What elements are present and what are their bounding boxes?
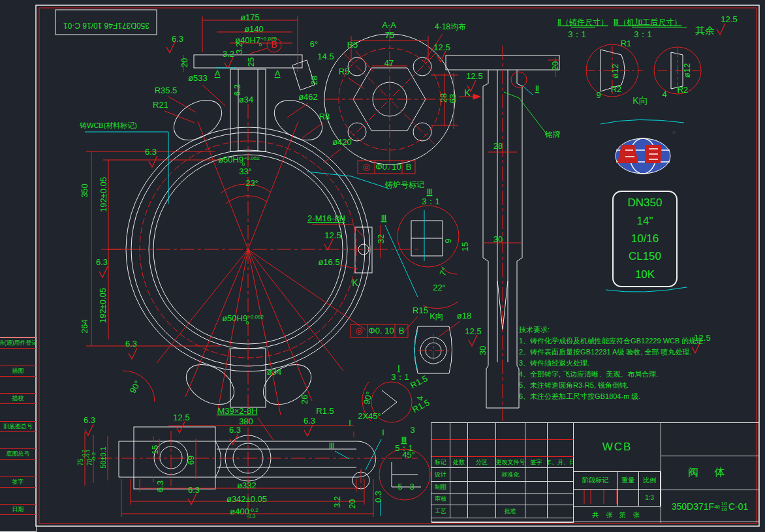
- title-cell-r5c2: [468, 493, 496, 505]
- weight-value: [618, 490, 640, 507]
- technical-requirements-list: 1、铸件化学成份及机械性能应符合GB12229 WCB 的规定.2、铸件表面质量…: [519, 336, 734, 402]
- dim-dia175: ø175: [240, 12, 260, 22]
- fin-6-3-left3: 6.3: [125, 339, 137, 349]
- registry-gap: [0, 349, 36, 366]
- lbl-k-arrow: K: [464, 87, 471, 98]
- tech-requirement-2: 2、铸件表面质量按GB12231 A级 验收, 全部 喷丸处理.: [519, 347, 734, 358]
- dim-r1-5-a: R1.5: [409, 373, 429, 390]
- title-cell-r1c2: [468, 440, 496, 457]
- registry-gap: [0, 377, 36, 394]
- dim-264: 264: [80, 319, 89, 334]
- registry-row-2: 描校: [0, 393, 36, 404]
- lbl-det1-i: I: [349, 418, 351, 428]
- dim-30-k: 30: [478, 346, 488, 355]
- fin-12-5-qiyu: 12.5: [721, 14, 737, 24]
- spec-line-2: 10/16: [614, 232, 676, 245]
- fin-6-3-top: 6.3: [172, 34, 183, 44]
- title-cell-r6c3: 批准: [496, 505, 525, 518]
- dim-r1: R1: [621, 39, 632, 48]
- title-cell-r1c1: [450, 440, 468, 457]
- fin-6-3-left1: 6.3: [145, 147, 157, 157]
- fin-6-3-bv2: 6.3: [229, 425, 241, 435]
- dim-dia34-hub: ø34: [267, 367, 281, 377]
- title-cell-r5c4: [525, 493, 548, 505]
- dim-20-side: 20: [550, 61, 560, 70]
- title-cell-r4c1: [450, 482, 468, 493]
- dim-20-flange: 20: [180, 58, 189, 67]
- lbl-section-aa: A-A: [382, 20, 396, 30]
- dim-dia420: ø420: [332, 137, 352, 147]
- dim-14-5: 14.5: [317, 52, 334, 61]
- fin-6-3-left2: 6.3: [96, 257, 108, 267]
- dim-dia50H9-a: ø50H9+0.0620: [218, 155, 260, 167]
- lbl-det3-mark: Ⅲ: [381, 213, 387, 223]
- tech-requirement-1: 1、铸件化学成份及机械性能应符合GB12229 WCB 的规定.: [519, 336, 734, 347]
- dim-26: 26: [300, 395, 309, 404]
- spec-line-0: DN350: [614, 196, 676, 210]
- title-cell-r3c3: 标准化: [496, 468, 525, 482]
- dim-47: 47: [384, 58, 394, 68]
- fin-12-5-k: 12.5: [465, 326, 481, 336]
- dim-5-det4: 5: [398, 482, 402, 492]
- part-name: 阀 体: [661, 456, 758, 490]
- dim-dia342: ø342±0.05: [226, 494, 267, 504]
- title-cell-r6c4: [525, 505, 548, 518]
- dim-7deg: 7°: [437, 266, 450, 277]
- title-cell-r2c4: 签字: [525, 457, 548, 468]
- title-cell-r5c0: 审核: [431, 493, 450, 505]
- dim-dia50H9-b: ø50H9+0.0620: [222, 313, 264, 326]
- registry-row-1: 描图: [0, 366, 36, 377]
- dim-3-det1: 3: [410, 425, 414, 435]
- lbl-det1-ref: Ⅰ: [382, 428, 384, 437]
- dim-r1-5-c: R1.5: [316, 406, 334, 416]
- title-cell-r2c3: 更改文件号: [496, 457, 525, 468]
- dim-0-3: 0.3: [373, 491, 383, 503]
- company-logo: [616, 138, 670, 174]
- ref-no-mirrored: 350D371F46 10/16 C-01: [63, 21, 149, 30]
- dim-dia400: ø400-0.2-0.3: [230, 507, 258, 519]
- lbl-det3b-scale: 3：1: [422, 196, 439, 206]
- tech-requirement-4: 4、全部铸字, 飞边应清晰、美观、布局合理.: [519, 369, 734, 380]
- title-cell-r1c0: [431, 440, 450, 457]
- note-4-18-holes: 4-18均布: [435, 22, 466, 31]
- border-registry-table: 借(通)用件登记描图描校旧底图总号底图总号签字日期: [0, 337, 37, 532]
- registry-gap: [0, 432, 36, 449]
- cad-drawing-canvas[interactable]: 350D371F46 10/16 C-01ø175ø140ø40H7+0.025…: [0, 0, 765, 532]
- lbl-det2-mark: Ⅱ: [535, 84, 539, 93]
- tech-requirement-5: 5、未注铸造圆角R3-R5, 锐角倒钝.: [519, 380, 734, 391]
- dim-r8: R8: [319, 112, 330, 121]
- dim-23deg: 23°: [245, 178, 258, 188]
- note-qiyu: 其余: [695, 25, 715, 36]
- stage-mark-label: 阶段标记: [574, 472, 618, 489]
- dim-r2-a: R2: [611, 84, 622, 94]
- title-cell-r4c4: [525, 482, 548, 493]
- fin-6-3-bv3: 6.3: [155, 480, 165, 492]
- dim-75: 75: [385, 30, 394, 40]
- title-cell-r6c2: [468, 505, 496, 518]
- title-cell-r0c0: [431, 423, 450, 440]
- spec-line-1: 14": [614, 215, 676, 228]
- title-cell-r0c1: [450, 423, 468, 440]
- title-cell-r3c1: [450, 468, 468, 482]
- title-cell-r5c3: [496, 493, 525, 505]
- dim-350: 350: [80, 183, 89, 198]
- title-block: 标记处数分区更改文件号签字年、月、日设计标准化制图审核工艺批准 WCB 阶段标记…: [431, 422, 759, 522]
- dim-28-aa: 28: [309, 76, 319, 85]
- title-block-right: 阀 体 350D371F46 10 16 C-01: [661, 423, 758, 523]
- title-cell-r1c5: [548, 440, 574, 457]
- lbl-section-a2: A: [275, 69, 281, 78]
- dim-192-upper: 192±0.05: [99, 177, 108, 212]
- dim-dia462: ø462: [298, 92, 318, 102]
- lbl-det3-scale: 3：1: [634, 29, 651, 39]
- lbl-section-a1: A: [215, 69, 221, 78]
- lbl-det2-scale: 3：1: [568, 29, 585, 39]
- title-cell-r4c2: [468, 482, 496, 493]
- tech-requirement-6: 6、未注公差加工尺寸按GB1804-m 级.: [519, 391, 734, 402]
- title-cell-r6c5: [548, 505, 574, 518]
- valve-spec-box: DN35014"10/16CL15010K: [612, 191, 678, 287]
- dim-3-det4: 3: [409, 482, 414, 492]
- registry-gap: [0, 488, 36, 505]
- dim-28-aa2: 28: [439, 93, 448, 102]
- fin-6-3-col: 6.3: [232, 84, 242, 96]
- fin-6-3-bv1: 6.3: [84, 415, 95, 425]
